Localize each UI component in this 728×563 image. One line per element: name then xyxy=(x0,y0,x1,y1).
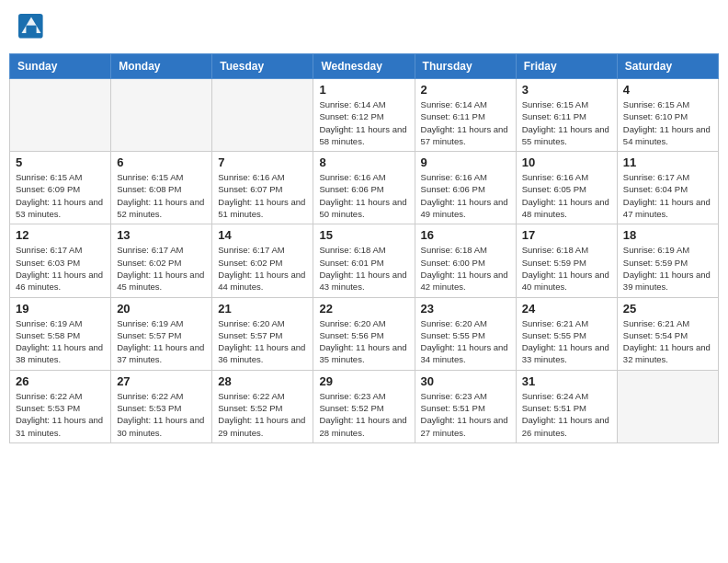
day-info: Sunrise: 6:23 AM Sunset: 5:52 PM Dayligh… xyxy=(319,390,408,439)
day-number: 22 xyxy=(319,302,408,316)
day-cell: 10Sunrise: 6:16 AM Sunset: 6:05 PM Dayli… xyxy=(516,152,617,224)
day-number: 8 xyxy=(319,155,408,169)
svg-rect-2 xyxy=(26,26,36,33)
day-number: 3 xyxy=(522,83,611,97)
day-info: Sunrise: 6:17 AM Sunset: 6:02 PM Dayligh… xyxy=(218,244,307,293)
day-number: 27 xyxy=(117,374,206,388)
day-number: 15 xyxy=(319,228,408,242)
day-info: Sunrise: 6:17 AM Sunset: 6:03 PM Dayligh… xyxy=(16,244,105,293)
day-info: Sunrise: 6:20 AM Sunset: 5:55 PM Dayligh… xyxy=(421,317,510,366)
weekday-header-sunday: Sunday xyxy=(10,54,111,79)
calendar: SundayMondayTuesdayWednesdayThursdayFrid… xyxy=(9,53,719,443)
day-number: 12 xyxy=(16,228,105,242)
day-info: Sunrise: 6:18 AM Sunset: 6:00 PM Dayligh… xyxy=(421,244,510,293)
day-cell: 24Sunrise: 6:21 AM Sunset: 5:55 PM Dayli… xyxy=(516,297,617,370)
day-number: 17 xyxy=(522,228,611,242)
day-number: 7 xyxy=(218,155,307,169)
day-cell: 13Sunrise: 6:17 AM Sunset: 6:02 PM Dayli… xyxy=(111,224,212,297)
day-number: 4 xyxy=(623,83,712,97)
day-cell: 11Sunrise: 6:17 AM Sunset: 6:04 PM Dayli… xyxy=(617,152,718,224)
logo xyxy=(18,14,48,40)
day-cell: 25Sunrise: 6:21 AM Sunset: 5:54 PM Dayli… xyxy=(617,297,718,370)
day-number: 11 xyxy=(623,155,712,169)
day-cell: 30Sunrise: 6:23 AM Sunset: 5:51 PM Dayli… xyxy=(415,370,516,442)
day-cell: 18Sunrise: 6:19 AM Sunset: 5:59 PM Dayli… xyxy=(617,224,718,297)
day-number: 18 xyxy=(623,228,712,242)
day-number: 2 xyxy=(421,83,510,97)
day-number: 25 xyxy=(623,302,712,316)
day-cell: 21Sunrise: 6:20 AM Sunset: 5:57 PM Dayli… xyxy=(212,297,313,370)
day-info: Sunrise: 6:23 AM Sunset: 5:51 PM Dayligh… xyxy=(421,390,510,439)
day-number: 23 xyxy=(421,302,510,316)
logo-icon xyxy=(18,14,44,40)
day-number: 21 xyxy=(218,302,307,316)
day-number: 26 xyxy=(16,374,105,388)
day-info: Sunrise: 6:17 AM Sunset: 6:04 PM Dayligh… xyxy=(623,171,712,220)
day-cell: 23Sunrise: 6:20 AM Sunset: 5:55 PM Dayli… xyxy=(415,297,516,370)
day-info: Sunrise: 6:18 AM Sunset: 5:59 PM Dayligh… xyxy=(522,244,611,293)
day-cell: 3Sunrise: 6:15 AM Sunset: 6:11 PM Daylig… xyxy=(516,79,617,152)
day-cell: 31Sunrise: 6:24 AM Sunset: 5:51 PM Dayli… xyxy=(516,370,617,442)
day-number: 19 xyxy=(16,302,105,316)
day-cell: 6Sunrise: 6:15 AM Sunset: 6:08 PM Daylig… xyxy=(111,152,212,224)
day-info: Sunrise: 6:22 AM Sunset: 5:53 PM Dayligh… xyxy=(16,390,105,439)
weekday-header-thursday: Thursday xyxy=(415,54,516,79)
day-cell xyxy=(617,370,718,442)
day-cell: 17Sunrise: 6:18 AM Sunset: 5:59 PM Dayli… xyxy=(516,224,617,297)
day-number: 14 xyxy=(218,228,307,242)
day-number: 1 xyxy=(319,83,408,97)
day-number: 6 xyxy=(117,155,206,169)
day-cell: 16Sunrise: 6:18 AM Sunset: 6:00 PM Dayli… xyxy=(415,224,516,297)
day-number: 30 xyxy=(421,374,510,388)
day-info: Sunrise: 6:16 AM Sunset: 6:05 PM Dayligh… xyxy=(522,171,611,220)
day-cell: 26Sunrise: 6:22 AM Sunset: 5:53 PM Dayli… xyxy=(10,370,111,442)
day-number: 24 xyxy=(522,302,611,316)
day-info: Sunrise: 6:15 AM Sunset: 6:08 PM Dayligh… xyxy=(117,171,206,220)
day-cell: 29Sunrise: 6:23 AM Sunset: 5:52 PM Dayli… xyxy=(313,370,415,442)
day-info: Sunrise: 6:14 AM Sunset: 6:12 PM Dayligh… xyxy=(319,98,408,147)
day-number: 9 xyxy=(421,155,510,169)
day-info: Sunrise: 6:17 AM Sunset: 6:02 PM Dayligh… xyxy=(117,244,206,293)
day-cell: 7Sunrise: 6:16 AM Sunset: 6:07 PM Daylig… xyxy=(212,152,313,224)
day-info: Sunrise: 6:15 AM Sunset: 6:09 PM Dayligh… xyxy=(16,171,105,220)
weekday-header-saturday: Saturday xyxy=(617,54,718,79)
day-number: 5 xyxy=(16,155,105,169)
day-cell: 5Sunrise: 6:15 AM Sunset: 6:09 PM Daylig… xyxy=(10,152,111,224)
weekday-header-tuesday: Tuesday xyxy=(212,54,313,79)
day-number: 10 xyxy=(522,155,611,169)
week-row-2: 5Sunrise: 6:15 AM Sunset: 6:09 PM Daylig… xyxy=(10,152,719,224)
day-number: 31 xyxy=(522,374,611,388)
day-info: Sunrise: 6:15 AM Sunset: 6:11 PM Dayligh… xyxy=(522,98,611,147)
weekday-header-friday: Friday xyxy=(516,54,617,79)
day-cell xyxy=(10,79,111,152)
day-info: Sunrise: 6:19 AM Sunset: 5:59 PM Dayligh… xyxy=(623,244,712,293)
day-info: Sunrise: 6:22 AM Sunset: 5:53 PM Dayligh… xyxy=(117,390,206,439)
day-cell: 2Sunrise: 6:14 AM Sunset: 6:11 PM Daylig… xyxy=(415,79,516,152)
day-cell: 12Sunrise: 6:17 AM Sunset: 6:03 PM Dayli… xyxy=(10,224,111,297)
day-number: 20 xyxy=(117,302,206,316)
week-row-3: 12Sunrise: 6:17 AM Sunset: 6:03 PM Dayli… xyxy=(10,224,719,297)
day-cell xyxy=(212,79,313,152)
day-cell: 22Sunrise: 6:20 AM Sunset: 5:56 PM Dayli… xyxy=(313,297,415,370)
day-cell: 9Sunrise: 6:16 AM Sunset: 6:06 PM Daylig… xyxy=(415,152,516,224)
day-info: Sunrise: 6:16 AM Sunset: 6:06 PM Dayligh… xyxy=(319,171,408,220)
day-info: Sunrise: 6:20 AM Sunset: 5:57 PM Dayligh… xyxy=(218,317,307,366)
day-cell: 19Sunrise: 6:19 AM Sunset: 5:58 PM Dayli… xyxy=(10,297,111,370)
day-number: 29 xyxy=(319,374,408,388)
weekday-header-wednesday: Wednesday xyxy=(313,54,415,79)
weekday-header-monday: Monday xyxy=(111,54,212,79)
day-cell: 8Sunrise: 6:16 AM Sunset: 6:06 PM Daylig… xyxy=(313,152,415,224)
day-info: Sunrise: 6:21 AM Sunset: 5:54 PM Dayligh… xyxy=(623,317,712,366)
day-cell: 27Sunrise: 6:22 AM Sunset: 5:53 PM Dayli… xyxy=(111,370,212,442)
week-row-1: 1Sunrise: 6:14 AM Sunset: 6:12 PM Daylig… xyxy=(10,79,719,152)
day-info: Sunrise: 6:22 AM Sunset: 5:52 PM Dayligh… xyxy=(218,390,307,439)
day-cell: 1Sunrise: 6:14 AM Sunset: 6:12 PM Daylig… xyxy=(313,79,415,152)
day-info: Sunrise: 6:16 AM Sunset: 6:07 PM Dayligh… xyxy=(218,171,307,220)
day-number: 16 xyxy=(421,228,510,242)
week-row-5: 26Sunrise: 6:22 AM Sunset: 5:53 PM Dayli… xyxy=(10,370,719,442)
page-header xyxy=(9,9,719,44)
day-info: Sunrise: 6:16 AM Sunset: 6:06 PM Dayligh… xyxy=(421,171,510,220)
day-info: Sunrise: 6:24 AM Sunset: 5:51 PM Dayligh… xyxy=(522,390,611,439)
day-cell: 28Sunrise: 6:22 AM Sunset: 5:52 PM Dayli… xyxy=(212,370,313,442)
day-info: Sunrise: 6:20 AM Sunset: 5:56 PM Dayligh… xyxy=(319,317,408,366)
